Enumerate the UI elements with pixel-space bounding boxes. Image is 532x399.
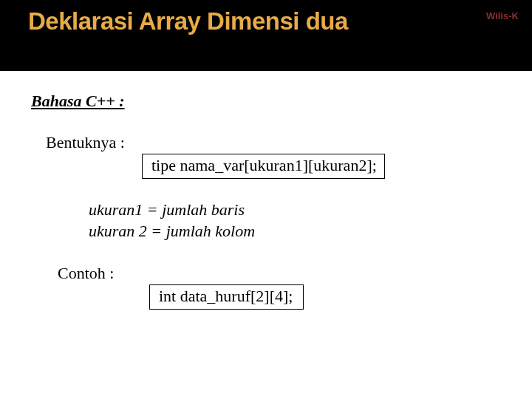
slide-content: Bahasa C++ : Bentuknya : tipe nama_var[u… — [0, 71, 532, 310]
author-tag: Wilis-K — [486, 10, 519, 21]
example-code-box: int data_huruf[2][4]; — [149, 284, 304, 310]
dimension-explanation: ukuran1 = jumlah baris ukuran 2 = jumlah… — [89, 200, 501, 242]
syntax-declaration-box: tipe nama_var[ukuran1][ukuran2]; — [142, 154, 385, 179]
slide-title: Deklarasi Array Dimensi dua — [28, 7, 532, 35]
language-section-label: Bahasa C++ : — [31, 92, 501, 111]
explain-cols: ukuran 2 = jumlah kolom — [89, 221, 501, 242]
explain-rows: ukuran1 = jumlah baris — [89, 200, 501, 221]
form-label: Bentuknya : — [46, 133, 501, 152]
slide-header: Deklarasi Array Dimensi dua Wilis-K — [0, 0, 532, 71]
example-label: Contoh : — [58, 264, 501, 283]
